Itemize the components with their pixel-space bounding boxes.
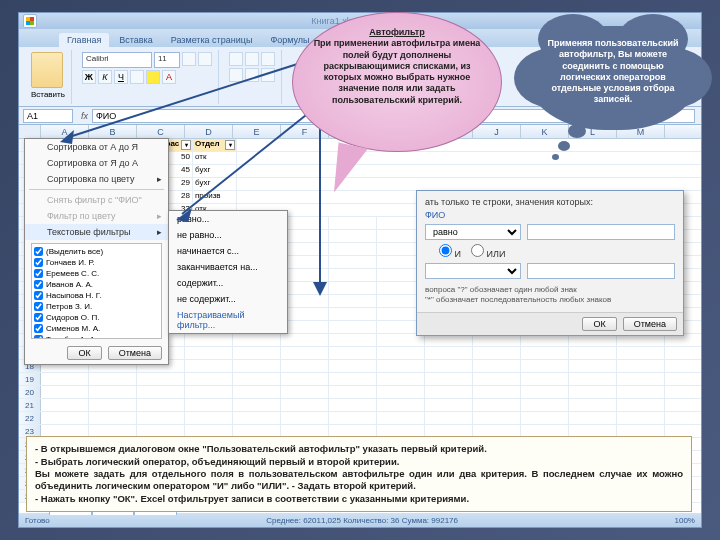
sort-az[interactable]: Сортировка от А до Я — [25, 139, 168, 155]
empty-row[interactable]: 22 — [19, 412, 701, 425]
filter-dept[interactable]: Отдел▾ — [193, 139, 237, 151]
align-right-icon[interactable] — [261, 68, 275, 82]
cell[interactable] — [281, 308, 329, 320]
cell[interactable] — [473, 360, 521, 372]
cell[interactable] — [617, 425, 665, 437]
cell[interactable] — [617, 347, 665, 359]
cell[interactable] — [617, 334, 665, 346]
cell[interactable] — [377, 360, 425, 372]
cell[interactable] — [569, 360, 617, 372]
cell[interactable] — [425, 425, 473, 437]
cell[interactable] — [473, 425, 521, 437]
filter-cancel-button[interactable]: Отмена — [108, 346, 162, 360]
chk-name[interactable]: Гончаев И. Р. — [34, 257, 159, 268]
cell[interactable] — [281, 282, 329, 294]
grow-font-icon[interactable] — [182, 52, 196, 66]
cell[interactable] — [41, 399, 89, 411]
cell[interactable] — [329, 425, 377, 437]
cell[interactable] — [233, 347, 281, 359]
cell[interactable] — [521, 386, 569, 398]
border-icon[interactable] — [130, 70, 144, 84]
chevron-down-icon[interactable]: ▾ — [181, 140, 191, 150]
tab-home[interactable]: Главная — [59, 33, 109, 47]
cell[interactable] — [233, 425, 281, 437]
zoom-level[interactable]: 100% — [675, 516, 695, 525]
cell[interactable] — [185, 412, 233, 424]
cell[interactable] — [521, 399, 569, 411]
cell[interactable] — [425, 373, 473, 385]
cell[interactable] — [329, 399, 377, 411]
cell[interactable] — [41, 373, 89, 385]
cell[interactable] — [617, 399, 665, 411]
cell[interactable] — [377, 386, 425, 398]
col-C[interactable]: C — [137, 125, 185, 138]
cell[interactable] — [329, 256, 377, 268]
underline-icon[interactable]: Ч — [114, 70, 128, 84]
cell[interactable] — [329, 282, 377, 294]
cell[interactable] — [425, 334, 473, 346]
cell[interactable] — [521, 347, 569, 359]
cell[interactable] — [137, 386, 185, 398]
cell[interactable] — [41, 425, 89, 437]
cell[interactable] — [329, 308, 377, 320]
align-top-icon[interactable] — [229, 52, 243, 66]
row-hdr[interactable]: 23 — [19, 425, 41, 437]
cell[interactable] — [233, 412, 281, 424]
office-logo-icon[interactable] — [23, 14, 37, 28]
cell[interactable] — [617, 360, 665, 372]
dlg-ok-button[interactable]: ОК — [582, 317, 616, 331]
cell[interactable] — [41, 386, 89, 398]
chk-name[interactable]: Еремеев С. С. — [34, 268, 159, 279]
empty-row[interactable]: 19 — [19, 373, 701, 386]
dlg-cancel-button[interactable]: Отмена — [623, 317, 677, 331]
cell[interactable] — [281, 334, 329, 346]
cell[interactable] — [281, 256, 329, 268]
cell[interactable] — [281, 386, 329, 398]
cell[interactable] — [281, 360, 329, 372]
select-all-corner[interactable] — [19, 125, 41, 138]
font-size[interactable]: 11 — [154, 52, 180, 68]
radio-and[interactable]: И — [439, 244, 461, 259]
cell[interactable] — [377, 425, 425, 437]
chk-name[interactable]: Талибов А. А. — [34, 334, 159, 339]
radio-or[interactable]: ИЛИ — [471, 244, 505, 259]
cell[interactable] — [521, 412, 569, 424]
cell[interactable] — [233, 360, 281, 372]
cell[interactable] — [473, 399, 521, 411]
cell[interactable] — [185, 386, 233, 398]
cell[interactable] — [89, 386, 137, 398]
criteria1-op[interactable]: равно — [425, 224, 521, 240]
align-bot-icon[interactable] — [261, 52, 275, 66]
empty-row[interactable]: 21 — [19, 399, 701, 412]
cell[interactable] — [377, 412, 425, 424]
cell[interactable] — [185, 360, 233, 372]
cell[interactable] — [329, 243, 377, 255]
row-hdr[interactable]: 22 — [19, 412, 41, 424]
cell[interactable] — [281, 347, 329, 359]
cell[interactable] — [329, 269, 377, 281]
bold-icon[interactable]: Ж — [82, 70, 96, 84]
row-hdr[interactable]: 19 — [19, 373, 41, 385]
chk-name[interactable]: Насыпова Н. Г. — [34, 290, 159, 301]
cell[interactable] — [281, 243, 329, 255]
cell[interactable] — [521, 373, 569, 385]
criteria2-value[interactable] — [527, 263, 675, 279]
sort-za[interactable]: Сортировка от Я до А — [25, 155, 168, 171]
align-mid-icon[interactable] — [245, 52, 259, 66]
cell[interactable] — [329, 295, 377, 307]
cell[interactable] — [281, 217, 329, 229]
cell[interactable] — [137, 425, 185, 437]
cell[interactable] — [425, 399, 473, 411]
cell[interactable] — [281, 269, 329, 281]
col-B[interactable]: B — [89, 125, 137, 138]
cell[interactable] — [137, 412, 185, 424]
cell[interactable] — [617, 412, 665, 424]
cell[interactable] — [137, 399, 185, 411]
cell[interactable] — [329, 321, 377, 333]
align-center-icon[interactable] — [245, 68, 259, 82]
cell[interactable] — [41, 412, 89, 424]
row-hdr[interactable]: 20 — [19, 386, 41, 398]
cell[interactable] — [617, 386, 665, 398]
cell[interactable] — [425, 386, 473, 398]
cell[interactable] — [281, 321, 329, 333]
